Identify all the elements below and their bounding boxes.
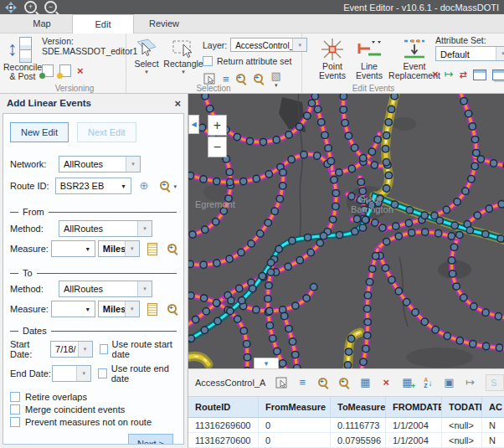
panel-checkbox-row[interactable]: Merge coincident events: [10, 404, 183, 415]
calculator-icon[interactable]: ▦: [358, 376, 372, 389]
from-measure-pick-icon[interactable]: [147, 243, 157, 255]
offset-tools-icon[interactable]: ↦: [463, 376, 476, 389]
network-label: Network:: [10, 159, 59, 169]
new-edit-button[interactable]: New Edit: [10, 122, 69, 142]
rectangle-select-button[interactable]: Rectangle ▾: [164, 37, 203, 75]
from-measure-zoom-icon[interactable]: +: [167, 244, 177, 255]
sort-icon[interactable]: AZ ↓: [421, 376, 435, 389]
to-measure-pick-icon[interactable]: [147, 303, 157, 316]
add-linear-events-panel: Add Linear Events × New Edit Next Edit N…: [0, 94, 188, 448]
column-header[interactable]: FromMeasure: [259, 397, 331, 417]
start-date-select[interactable]: 7/18/ ▾: [50, 341, 92, 358]
to-method-label: Method:: [10, 284, 59, 294]
identify-icon[interactable]: ▣: [442, 376, 455, 389]
from-method-select[interactable]: AllRoutes ▾: [59, 220, 152, 237]
from-measure-select[interactable]: ▾: [51, 240, 95, 257]
use-route-start-checkbox[interactable]: [100, 344, 108, 354]
end-date-select[interactable]: ▾: [52, 365, 91, 382]
layer-select[interactable]: AccessControl_A ▾: [230, 38, 307, 52]
table-cell: 0: [259, 433, 331, 447]
route-id-select[interactable]: BSR23 EB ▾: [55, 178, 131, 194]
route-id-label: Route ID:: [10, 181, 55, 191]
window-title: Event Editor - v10.6.1 - docMassDOTI: [343, 3, 499, 13]
checkbox[interactable]: [10, 404, 20, 415]
to-method-select[interactable]: AllRoutes ▾: [59, 281, 152, 297]
version-info: Version: SDE.MASSDOT_editor1: [42, 36, 137, 56]
table-cell: N: [482, 433, 504, 447]
line-events-button[interactable]: Line Events: [352, 37, 387, 80]
map-canvas[interactable]: Egremont Great Barrington ◀ + − ▼: [188, 94, 504, 368]
attribute-list-icon[interactable]: ≡: [296, 376, 309, 389]
ribbon-group-edit-events: Point Events Line Events: [301, 33, 504, 94]
ribbon-group-versioning: ↕ Reconcile & Post Version: SDE.MASSDOT_…: [0, 33, 126, 94]
checkbox[interactable]: [10, 392, 20, 402]
return-attribute-set-checkbox[interactable]: [203, 56, 213, 66]
merge-event-icon[interactable]: ⇄: [460, 69, 467, 80]
column-header[interactable]: ToMeasure: [331, 397, 386, 417]
zoom-to-all-icon[interactable]: +: [337, 376, 351, 389]
event-dots-layer: [188, 94, 504, 368]
route-select-icon[interactable]: ⊕: [140, 180, 149, 192]
tab-edit[interactable]: Edit: [72, 14, 134, 33]
group-label-versioning: Versioning: [0, 84, 126, 93]
from-units-select[interactable]: Miles ▾: [98, 240, 140, 257]
table-row[interactable]: 1131626960000.11167731/1/2004<null>N: [188, 418, 504, 433]
tab-review[interactable]: Review: [134, 14, 194, 33]
save-button[interactable]: S: [486, 374, 504, 391]
to-measure-zoom-icon[interactable]: +: [167, 304, 177, 315]
table-cell: 0.0795596: [331, 433, 386, 447]
split-event-icon[interactable]: ×: [432, 69, 439, 80]
pan-icon[interactable]: [5, 2, 17, 13]
select-features-icon[interactable]: [275, 376, 288, 389]
column-header[interactable]: RouteID: [188, 397, 259, 417]
new-version-icon[interactable]: [59, 64, 71, 77]
table-row[interactable]: 1131627060000.07955961/1/2004<null>N: [188, 433, 504, 448]
from-measure-label: Measure:: [10, 244, 51, 254]
ribbon: ↕ Reconcile & Post Version: SDE.MASSDOT_…: [0, 33, 504, 94]
add-to-table-icon[interactable]: ▦ +: [400, 376, 414, 389]
layer-label: Layer:: [203, 40, 227, 50]
zoom-in-icon[interactable]: +: [24, 1, 37, 13]
tab-map[interactable]: Map: [12, 14, 72, 33]
map-zoom-in-button[interactable]: +: [208, 115, 227, 136]
zoom-out-icon[interactable]: −: [44, 1, 57, 13]
use-route-end-checkbox[interactable]: [98, 368, 106, 378]
checkbox[interactable]: [10, 417, 20, 427]
next-edit-button[interactable]: Next Edit: [77, 122, 136, 142]
clear-selection-icon[interactable]: ×: [379, 376, 393, 389]
copy-event-icon[interactable]: [492, 70, 504, 80]
rectangle-select-icon: [171, 37, 196, 59]
reconcile-version-icon[interactable]: [42, 64, 54, 77]
column-header[interactable]: AC: [482, 397, 504, 417]
select-tool-button[interactable]: Select ▾: [131, 37, 162, 75]
event-window-icon[interactable]: [473, 70, 486, 80]
point-events-icon: [320, 37, 345, 62]
collapse-panel-left-button[interactable]: ◀: [188, 115, 199, 134]
column-header[interactable]: TODATE: [442, 397, 482, 417]
panel-checkbox-row[interactable]: Retire overlaps: [10, 392, 183, 402]
delete-version-icon[interactable]: ×: [77, 65, 84, 76]
group-label-selection: Selection: [126, 84, 301, 93]
network-select[interactable]: AllRoutes ▾: [59, 156, 141, 173]
panel-checkbox-row[interactable]: Prevent measures not on route: [10, 417, 183, 427]
reconcile-post-button[interactable]: ↕ Reconcile & Post: [5, 36, 40, 81]
zoom-to-selected-icon[interactable]: +: [316, 376, 330, 389]
attribute-set-select[interactable]: Default ▾: [435, 46, 504, 61]
column-header[interactable]: FROMDATE: [386, 397, 442, 417]
close-icon[interactable]: ×: [174, 97, 181, 110]
table-cell: 0.1116773: [331, 418, 386, 432]
next-button[interactable]: Next >: [128, 434, 173, 445]
checkbox-label: Prevent measures not on route: [25, 417, 152, 427]
to-measure-select[interactable]: ▾: [51, 301, 95, 317]
zoom-route-icon[interactable]: + ▾: [160, 181, 177, 192]
table-header-row: RouteIDFromMeasureToMeasureFROMDATETODAT…: [188, 396, 504, 418]
collapse-table-button[interactable]: ▼: [254, 358, 279, 368]
panel-title: Add Linear Events: [7, 98, 91, 108]
point-events-button[interactable]: Point Events: [315, 37, 350, 80]
table-body: 1131626960000.11167731/1/2004<null>N1131…: [188, 418, 504, 448]
select-cursor-icon: [136, 37, 157, 59]
map-zoom-out-button[interactable]: −: [208, 136, 227, 157]
to-units-select[interactable]: Miles ▾: [98, 301, 140, 317]
offset-event-icon[interactable]: ↦: [445, 69, 454, 80]
dates-section-separator: Dates: [10, 326, 177, 336]
